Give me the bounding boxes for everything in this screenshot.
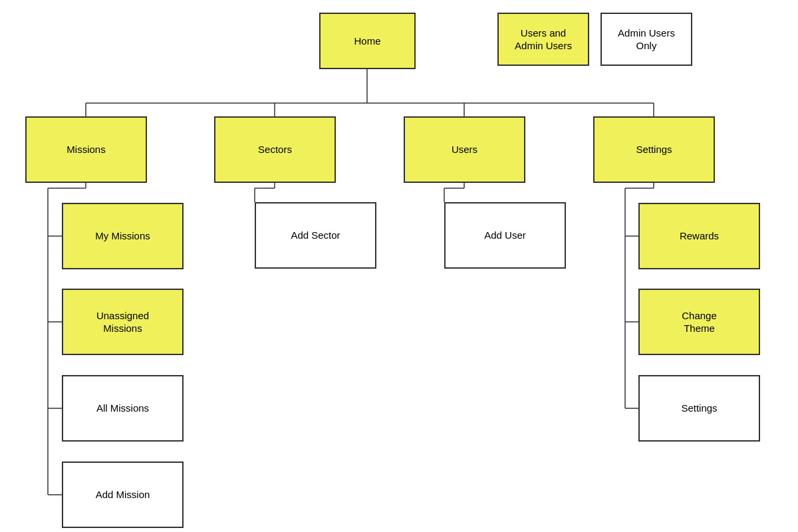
sectors-node[interactable]: Sectors <box>214 116 336 183</box>
users-admin-node[interactable]: Users and Admin Users <box>497 13 589 66</box>
missions-node[interactable]: Missions <box>25 116 147 183</box>
all-missions-node[interactable]: All Missions <box>62 375 184 442</box>
add-user-node[interactable]: Add User <box>444 202 566 269</box>
my-missions-node[interactable]: My Missions <box>62 203 184 269</box>
settings-child-node[interactable]: Settings <box>638 375 760 442</box>
unassigned-missions-node[interactable]: Unassigned Missions <box>62 289 184 355</box>
admin-only-node[interactable]: Admin Users Only <box>600 13 692 66</box>
rewards-node[interactable]: Rewards <box>638 203 760 269</box>
change-theme-node[interactable]: Change Theme <box>638 289 760 355</box>
add-sector-node[interactable]: Add Sector <box>255 202 376 269</box>
settings-node[interactable]: Settings <box>593 116 715 183</box>
diagram: Home Users and Admin Users Admin Users O… <box>0 0 798 532</box>
home-node[interactable]: Home <box>319 13 416 69</box>
add-mission-node[interactable]: Add Mission <box>62 462 184 528</box>
users-node[interactable]: Users <box>404 116 525 183</box>
